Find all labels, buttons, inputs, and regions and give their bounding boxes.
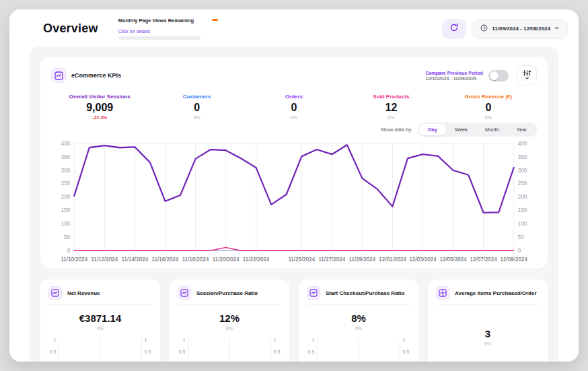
svg-text:11/20/2024: 11/20/2024 (213, 257, 240, 263)
card-sparkline: 110.50.500 (48, 334, 152, 362)
svg-text:300: 300 (61, 168, 71, 174)
svg-text:1: 1 (54, 337, 57, 343)
svg-text:1: 1 (183, 337, 186, 343)
svg-text:11/18/2024: 11/18/2024 (182, 257, 209, 263)
card-sparkline: 110.50.500 (178, 334, 281, 362)
tab-year[interactable]: Year (508, 124, 536, 135)
card-title: Average Items Purchased/Order (455, 290, 537, 296)
show-data-by-label: Show data by: (381, 127, 413, 133)
svg-text:0: 0 (67, 248, 71, 254)
refresh-button[interactable] (442, 19, 466, 39)
svg-text:1: 1 (312, 337, 315, 343)
page-title: Overview (43, 22, 98, 36)
kpi-card-title: eCommerce KPIs (71, 72, 121, 79)
card-change: 0% (307, 326, 410, 331)
metric-change: 0% (246, 115, 342, 120)
compare-date-range: 10/10/2024 - 11/09/2024 (425, 76, 483, 81)
svg-text:0.5: 0.5 (50, 348, 57, 354)
sliders-icon (523, 69, 531, 82)
show-data-by: Show data by: Day Week Month Year (51, 123, 537, 137)
summary-cards-row: Net Revenue €3871.14 0% 110.50.500 Sessi… (40, 279, 548, 362)
metric-customers[interactable]: Customers 0 0% (148, 94, 245, 120)
ecommerce-kpis-card: eCommerce KPIs Compare Previous Period 1… (40, 57, 548, 269)
svg-text:0.5: 0.5 (179, 348, 186, 354)
svg-text:300: 300 (518, 168, 527, 174)
svg-text:12/01/2024: 12/01/2024 (379, 257, 406, 263)
chevron-down-icon (554, 26, 559, 32)
svg-text:400: 400 (518, 141, 527, 147)
svg-text:11/10/2024: 11/10/2024 (61, 257, 87, 263)
svg-text:12/05/2024: 12/05/2024 (439, 257, 467, 263)
svg-text:0: 0 (54, 360, 57, 362)
svg-text:0: 0 (273, 360, 276, 362)
svg-text:150: 150 (61, 207, 71, 213)
pageviews-details-link[interactable]: Click for details (118, 29, 150, 34)
svg-text:400: 400 (61, 141, 71, 147)
svg-text:0: 0 (183, 360, 186, 362)
svg-text:0.5: 0.5 (273, 348, 280, 354)
tab-week[interactable]: Week (446, 124, 476, 135)
metric-change: -22.4% (51, 115, 148, 120)
tab-day[interactable]: Day (419, 124, 446, 135)
card-title: Session/Purchase Ratio (196, 290, 258, 296)
pageviews-progress-bar (118, 36, 200, 40)
card-change: 0% (178, 326, 281, 331)
svg-text:250: 250 (61, 180, 71, 187)
metric-label: Orders (246, 94, 342, 100)
svg-text:1: 1 (144, 337, 147, 343)
card-title: Net Revenue (67, 290, 100, 296)
compare-toggle[interactable] (488, 70, 509, 81)
metric-value: 0 (440, 102, 537, 114)
metric-sold-products[interactable]: Sold Products 12 0% (342, 94, 439, 120)
metric-value: 0 (148, 102, 245, 114)
pageviews-widget: Monthly Page Views Remaining Click for d… (118, 18, 207, 40)
toggle-knob (490, 71, 499, 80)
line-chart-icon (51, 68, 66, 83)
metric-value: 9,009 (51, 102, 148, 114)
metric-orders[interactable]: Orders 0 0% (246, 94, 342, 120)
svg-text:11/16/2024: 11/16/2024 (152, 257, 179, 263)
card-value: 8% (307, 312, 410, 324)
svg-text:100: 100 (518, 221, 527, 227)
line-chart-icon (178, 286, 191, 300)
svg-text:11/25/2024: 11/25/2024 (288, 257, 315, 263)
metric-value: 12 (342, 102, 439, 114)
svg-text:0: 0 (144, 360, 147, 362)
refresh-icon (449, 23, 459, 34)
svg-text:350: 350 (61, 154, 71, 160)
metric-label: Overall Visitor Sessions (51, 94, 148, 100)
line-chart-icon (307, 286, 320, 300)
svg-text:0: 0 (402, 360, 405, 362)
svg-text:12/03/2024: 12/03/2024 (409, 257, 437, 263)
kpi-card-header: eCommerce KPIs Compare Previous Period 1… (51, 65, 537, 86)
svg-text:11/12/2024: 11/12/2024 (91, 257, 118, 263)
header-actions: 11/09/2024 - 12/08/2024 (442, 19, 568, 39)
svg-text:11/22/2024: 11/22/2024 (243, 257, 270, 263)
card-title: Start Checkout/Purchase Ratio (326, 290, 404, 296)
metric-overall-visitor-sessions[interactable]: Overall Visitor Sessions 9,009 -22.4% (51, 94, 148, 120)
date-range-picker[interactable]: 11/09/2024 - 12/08/2024 (472, 19, 568, 39)
dashboard-window: Overview Monthly Page Views Remaining Cl… (9, 9, 579, 362)
tab-month[interactable]: Month (476, 124, 508, 135)
svg-text:0.5: 0.5 (402, 348, 409, 354)
card-start-checkout-purchase-ratio: Start Checkout/Purchase Ratio 8% 0% 110.… (299, 279, 418, 362)
chart-settings-button[interactable] (517, 65, 537, 86)
svg-text:350: 350 (518, 154, 527, 160)
metric-change: 0% (440, 115, 537, 120)
svg-text:150: 150 (518, 207, 527, 213)
svg-text:0.5: 0.5 (308, 348, 315, 354)
metric-label: Gross Revenue (€) (440, 94, 537, 100)
card-net-revenue: Net Revenue €3871.14 0% 110.50.500 (40, 279, 160, 362)
svg-text:0.5: 0.5 (144, 348, 151, 354)
svg-text:1: 1 (273, 337, 276, 343)
metric-value: 0 (246, 102, 342, 114)
compare-label: Compare Previous Period (425, 71, 483, 75)
svg-text:50: 50 (518, 234, 524, 240)
kpi-metrics-row: Overall Visitor Sessions 9,009 -22.4% Cu… (51, 94, 537, 120)
metric-label: Sold Products (342, 94, 439, 100)
svg-text:12/09/2024: 12/09/2024 (501, 257, 528, 263)
svg-text:0: 0 (518, 248, 521, 254)
svg-text:11/29/2024: 11/29/2024 (349, 257, 376, 263)
metric-gross-revenue[interactable]: Gross Revenue (€) 0 0% (440, 94, 537, 120)
svg-text:12/07/2024: 12/07/2024 (470, 257, 497, 263)
